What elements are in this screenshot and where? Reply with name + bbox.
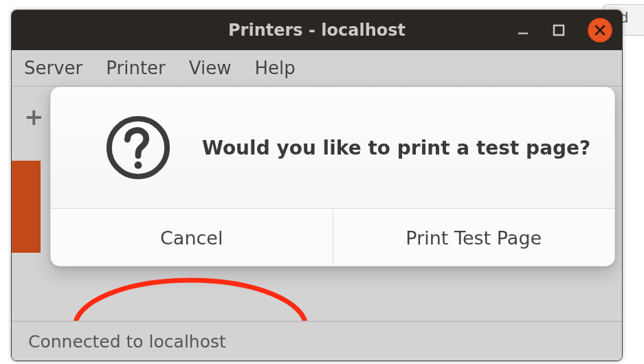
selected-printer-strip <box>12 161 41 253</box>
menu-printer[interactable]: Printer <box>106 58 166 78</box>
menubar: Server Printer View Help <box>12 50 622 87</box>
menu-server[interactable]: Server <box>24 58 82 78</box>
print-test-page-button-label: Print Test Page <box>406 227 542 249</box>
dialog-message: Would you like to print a test page? <box>202 137 590 159</box>
maximize-icon <box>552 23 566 37</box>
close-icon <box>594 24 606 36</box>
maximize-button[interactable] <box>552 23 566 37</box>
minimize-button[interactable] <box>516 23 530 37</box>
question-icon <box>104 114 172 181</box>
cancel-button-label: Cancel <box>160 227 223 249</box>
svg-point-5 <box>135 161 142 169</box>
printers-window: Printers - localhost Server Printer <box>11 10 623 361</box>
window-controls <box>516 10 612 50</box>
statusbar-text: Connected to localhost <box>28 332 226 352</box>
dialog-body: Would you like to print a test page? <box>51 87 614 208</box>
dialog-button-row: Cancel Print Test Page <box>51 208 614 266</box>
menu-help[interactable]: Help <box>254 58 295 78</box>
print-test-page-dialog: Would you like to print a test page? Can… <box>50 87 615 266</box>
workspace: + Would you like to print a test page? C… <box>12 87 622 320</box>
print-test-page-button[interactable]: Print Test Page <box>333 209 615 266</box>
minimize-icon <box>516 23 530 38</box>
add-printer-icon: + <box>24 103 44 130</box>
close-button[interactable] <box>588 18 612 43</box>
svg-rect-1 <box>554 25 564 35</box>
menu-view[interactable]: View <box>189 58 232 78</box>
titlebar[interactable]: Printers - localhost <box>12 10 622 50</box>
statusbar: Connected to localhost <box>12 321 622 361</box>
cancel-button[interactable]: Cancel <box>51 209 333 266</box>
